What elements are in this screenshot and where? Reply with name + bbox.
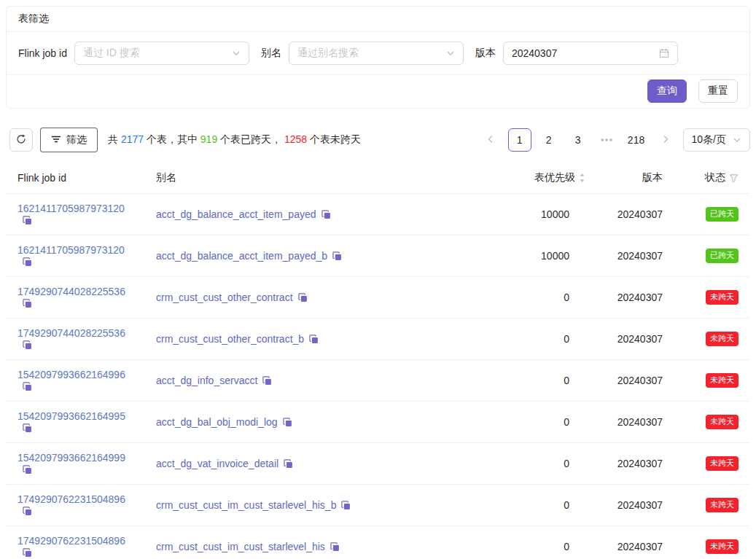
alias-link[interactable]: crm_cust_cust_im_cust_starlevel_his [156, 541, 325, 552]
filter-toggle-button[interactable]: 筛选 [40, 128, 98, 152]
prev-page-button[interactable] [479, 128, 502, 152]
page-button-last[interactable]: 218 [625, 128, 648, 152]
copy-icon[interactable] [23, 216, 32, 225]
page-size-select[interactable]: 10条/页 [683, 128, 750, 152]
copy-icon[interactable] [23, 340, 32, 350]
status-cell: 未跨天 [670, 406, 750, 437]
alias-link[interactable]: acct_dg_bal_obj_modi_log [156, 416, 278, 428]
flink-job-id-link[interactable]: 1749290762231504896 [17, 493, 125, 505]
copy-icon[interactable] [23, 548, 32, 558]
flink-job-id-link[interactable]: 1749290744028225536 [17, 286, 125, 297]
flink-job-id-cell: 1749290744028225536 [6, 277, 144, 318]
copy-icon[interactable] [284, 459, 293, 469]
status-cell: 未跨天 [670, 531, 750, 559]
alias-link[interactable]: acct_dg_balance_acct_item_payed_b [156, 250, 327, 262]
copy-icon[interactable] [309, 335, 319, 344]
funnel-filter-icon[interactable] [729, 173, 739, 183]
copy-icon[interactable] [23, 507, 32, 516]
flink-job-id-link[interactable]: 1749290744028225536 [17, 327, 125, 339]
flink-job-id-label: Flink job id [18, 47, 67, 59]
flink-job-id-link[interactable]: 1542097993662164999 [17, 452, 125, 464]
version-cell: 20240307 [597, 324, 670, 353]
version-date-picker[interactable] [503, 42, 678, 65]
alias-link[interactable]: acct_dg_vat_invoice_detail [156, 458, 278, 469]
alias-link[interactable]: crm_cust_cust_other_contract_b [156, 333, 304, 345]
flink-job-id-link[interactable]: 1749290762231504896 [17, 535, 125, 547]
header-status-label: 状态 [705, 171, 725, 184]
status-cell: 未跨天 [670, 364, 750, 396]
status-cell: 未跨天 [670, 323, 750, 354]
sorter-icon[interactable] [579, 173, 585, 183]
query-button[interactable]: 查询 [647, 79, 687, 103]
copy-icon[interactable] [23, 299, 32, 308]
chevron-down-icon [733, 136, 741, 144]
flink-job-id-link[interactable]: 1542097993662164995 [17, 410, 125, 422]
copy-icon[interactable] [298, 293, 308, 302]
flink-job-id-cell: 1621411705987973120 [6, 235, 144, 276]
header-flink-job-id: Flink job id [6, 163, 144, 192]
filter-toggle-label: 筛选 [66, 133, 87, 146]
alias-cell: acct_dg_balance_acct_item_payed_b [144, 241, 473, 270]
flink-job-id-link[interactable]: 1621411705987973120 [17, 244, 125, 256]
page-size-label: 10条/页 [692, 133, 726, 146]
version-cell: 20240307 [597, 283, 670, 312]
status-badge: 未跨天 [706, 498, 739, 512]
table-row: 1621411705987973120 acct_dg_balance_acct… [6, 194, 750, 235]
refresh-icon [16, 134, 26, 146]
next-page-button[interactable] [654, 128, 677, 152]
version-input[interactable] [512, 47, 650, 59]
flink-job-id-cell: 1749290762231504896 [6, 485, 144, 525]
alias-link[interactable]: acct_dg_balance_acct_item_payed [156, 208, 316, 220]
copy-icon[interactable] [23, 423, 32, 433]
alias-link[interactable]: crm_cust_cust_im_cust_starlevel_his_b [156, 499, 336, 511]
filter-card: 表筛选 Flink job id 通过 ID 搜索 别名 通过别名搜索 版本 [6, 6, 750, 109]
header-priority[interactable]: 表优先级 [473, 163, 597, 193]
copy-icon[interactable] [341, 501, 351, 510]
alias-link[interactable]: acct_dg_info_servacct [156, 375, 257, 386]
priority-cell: 0 [473, 366, 597, 395]
header-status: 状态 [670, 163, 750, 193]
pagination-top: 1 2 3 ••• 218 10条/页 [479, 128, 750, 152]
filter-fields-row: Flink job id 通过 ID 搜索 别名 通过别名搜索 版本 [7, 32, 749, 75]
copy-icon[interactable] [23, 465, 32, 474]
summary-part: 个表已跨天， [217, 133, 284, 145]
alias-select[interactable]: 通过别名搜索 [289, 42, 464, 65]
flink-job-id-cell: 1621411705987973120 [6, 194, 144, 235]
copy-icon[interactable] [332, 251, 342, 261]
alias-link[interactable]: crm_cust_cust_other_contract [156, 292, 293, 303]
copy-icon[interactable] [322, 210, 331, 219]
copy-icon[interactable] [23, 257, 32, 267]
version-field: 版本 [475, 42, 678, 65]
reset-button[interactable]: 重置 [698, 79, 738, 103]
copy-icon[interactable] [330, 542, 340, 552]
page-button-2[interactable]: 2 [537, 128, 561, 152]
table-row: 1621411705987973120 acct_dg_balance_acct… [6, 235, 750, 277]
flink-job-id-select[interactable]: 通过 ID 搜索 [74, 42, 249, 65]
alias-label: 别名 [261, 47, 281, 60]
flink-job-id-field: Flink job id 通过 ID 搜索 [18, 42, 249, 65]
flink-job-id-link[interactable]: 1542097993662164996 [17, 369, 125, 380]
page-jump-ellipsis[interactable]: ••• [596, 128, 619, 152]
alias-placeholder: 通过别名搜索 [297, 47, 359, 60]
chevron-down-icon [232, 49, 241, 58]
chevron-down-icon [446, 49, 455, 58]
priority-cell: 0 [473, 324, 597, 353]
page-button-3[interactable]: 3 [566, 128, 590, 152]
flink-job-id-link[interactable]: 1621411705987973120 [17, 203, 125, 214]
copy-icon[interactable] [23, 382, 32, 391]
priority-cell: 0 [473, 490, 597, 520]
copy-icon[interactable] [283, 418, 292, 427]
chevron-right-icon [661, 134, 670, 146]
status-badge: 未跨天 [706, 456, 739, 470]
filter-card-title: 表筛选 [18, 12, 49, 24]
status-badge: 已跨天 [706, 249, 739, 262]
version-cell: 20240307 [597, 407, 670, 437]
refresh-button[interactable] [9, 128, 33, 152]
status-cell: 未跨天 [670, 489, 750, 520]
total-count: 2177 [121, 133, 144, 145]
alias-cell: crm_cust_cust_other_contract_b [144, 324, 473, 353]
alias-cell: acct_dg_info_servacct [144, 366, 473, 395]
copy-icon[interactable] [262, 376, 272, 386]
page-button-1[interactable]: 1 [508, 128, 531, 152]
crossed-count: 919 [200, 133, 217, 145]
